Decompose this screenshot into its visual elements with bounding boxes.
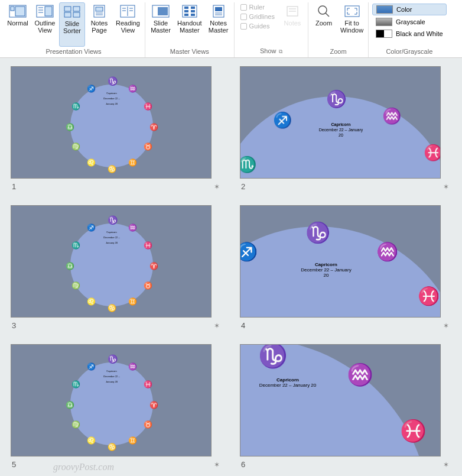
slide-number: 2 [241,182,245,191]
slide-title: CapricornDecember 22 – January 20 [100,368,123,384]
guides-checkbox[interactable]: Guides [240,22,275,30]
animation-indicator-icon: ✶ [214,322,220,330]
pisces-icon: ♓ [144,102,152,111]
libra-icon: ♎ [66,401,74,410]
slide-sorter-button[interactable]: Slide Sorter [59,2,85,47]
gemini-icon: ♊ [128,297,137,306]
fit-to-window-icon [343,4,362,18]
svg-rect-10 [64,12,71,17]
virgo-icon: ♍ [71,420,80,429]
outline-view-icon [35,4,54,18]
animation-indicator-icon: ✶ [443,461,449,469]
slide-title: CapricornDecember 22 – January 20 [317,122,365,138]
taurus-icon: ♉ [144,281,152,290]
leo-icon: ♌ [87,158,96,167]
fit-to-window-button[interactable]: Fit to Window [338,2,366,47]
pisces-icon: ♓ [144,380,152,389]
gridlines-checkbox[interactable]: Gridlines [240,13,275,20]
normal-button[interactable]: Normal [5,2,31,47]
libra-icon: ♎ [66,262,74,271]
slide-thumbnail[interactable]: CapricornDecember 22 – January 20 ♑ ♒ ♓ … [240,66,451,191]
svg-rect-7 [45,7,52,16]
aquarius-icon: ♒ [128,85,137,93]
slide-master-button[interactable]: Slide Master [148,2,174,47]
color-button[interactable]: Color [372,4,446,15]
capricorn-icon: ♑ [108,76,118,86]
show-launcher-icon[interactable]: ⧉ [279,48,282,54]
slide-thumbnail[interactable]: CapricornDecember 22 – January 20 ♑ ♒ ♓ … [240,205,451,330]
handout-master-button[interactable]: Handout Master [175,2,204,47]
taurus-icon: ♉ [144,143,152,151]
animation-indicator-icon: ✶ [443,322,449,330]
scorpio-icon: ♏ [71,241,80,250]
checkbox-icon [240,4,247,11]
svg-rect-26 [191,7,195,9]
svg-rect-8 [64,7,71,11]
slide-number: 1 [12,182,16,191]
slide-master-icon [151,4,170,18]
slide-thumbnail[interactable]: CapricornDecember 22 – January 20 ♑ ♒ ♓ … [11,66,222,191]
reading-view-button[interactable]: Reading View [113,2,142,47]
aquarius-icon: ♒ [128,224,137,232]
leo-icon: ♌ [87,297,96,306]
capricorn-icon: ♑ [108,354,118,364]
notes-master-button[interactable]: Notes Master [206,2,232,47]
sagittarius-icon: ♐ [87,362,96,371]
notes-page-button[interactable]: Notes Page [86,2,112,47]
zoom-icon [314,4,333,18]
svg-rect-28 [191,10,195,12]
scorpio-icon: ♏ [71,380,80,389]
pisces-icon: ♓ [144,241,152,250]
slide-title: CapricornDecember 22 – January 20 [300,262,353,278]
taurus-icon: ♉ [144,420,152,429]
libra-icon: ♎ [66,123,74,132]
group-zoom: Zoom Fit to Window Zoom [308,2,369,57]
scorpio-icon: ♏ [71,102,80,111]
animation-indicator-icon: ✶ [214,461,220,469]
aries-icon: ♈ [149,123,158,132]
black-white-button[interactable]: Black and White [372,28,446,39]
capricorn-icon: ♑ [326,89,347,109]
svg-rect-2 [15,7,25,16]
leo-icon: ♌ [87,436,96,445]
outline-view-button[interactable]: Outline View [32,2,58,47]
slide-thumbnail[interactable]: CapricornDecember 22 – January 20 ♑ ♒ ♓ … [11,205,222,330]
svg-point-38 [318,6,327,14]
pisces-icon: ♓ [418,286,440,306]
capricorn-icon: ♑ [108,215,118,225]
svg-rect-9 [73,7,80,11]
checkbox-icon [240,14,247,20]
ruler-checkbox[interactable]: Ruler [240,4,275,11]
color-swatch-icon [376,5,393,14]
notes-icon [283,4,302,18]
handout-master-icon [180,4,199,18]
svg-rect-13 [96,7,103,11]
svg-rect-30 [191,14,195,16]
slide-number: 4 [241,321,245,330]
zoom-button[interactable]: Zoom [311,2,337,47]
reading-view-icon [118,4,137,18]
pisces-icon: ♓ [400,419,427,443]
virgo-icon: ♍ [71,143,80,151]
gemini-icon: ♊ [128,158,137,167]
virgo-icon: ♍ [71,281,80,290]
notes-page-icon [90,4,109,18]
svg-rect-23 [158,7,168,15]
slide-thumbnail[interactable]: CapricornDecember 22 – January 20 ♑ ♒ ♓ … [11,344,222,469]
svg-rect-29 [184,14,188,16]
group-color-grayscale: Color Grayscale Black and White Color/Gr… [369,2,450,57]
bw-swatch-icon [376,30,392,38]
slide-sorter-icon [63,5,82,19]
slide-number: 5 [12,460,16,469]
svg-rect-40 [345,6,359,17]
watermark: groovyPost.com [53,462,114,472]
grayscale-button[interactable]: Grayscale [372,17,446,27]
notes-button[interactable]: Notes [279,2,305,46]
cancer-icon: ♋ [108,165,116,174]
group-master-views: Slide Master Handout Master Notes Master… [145,2,235,57]
group-presentation-views: Normal Outline View Slide Sorter Notes P… [2,2,145,57]
slide-sorter-panel: CapricornDecember 22 – January 20 ♑ ♒ ♓ … [0,58,462,476]
svg-rect-11 [73,12,80,17]
slide-thumbnail[interactable]: CapricornDecember 22 – January 20 ♑ ♒ ♓ … [240,344,451,469]
slide-number: 3 [12,321,16,330]
